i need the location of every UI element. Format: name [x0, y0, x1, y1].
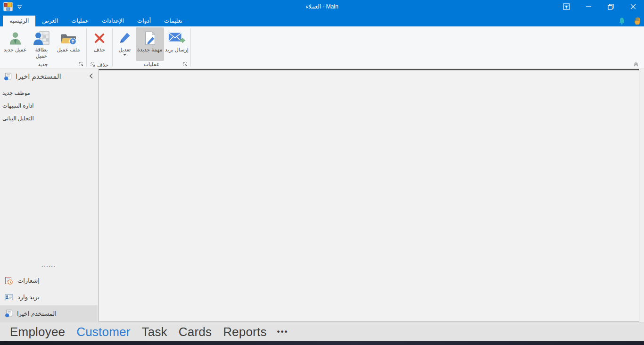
window-title: العملاء - Main — [305, 0, 338, 13]
tab-help[interactable]: تعليمات — [157, 16, 189, 26]
ribbon: عميل جديد — [0, 26, 644, 69]
sidebar-item-new-employee[interactable]: موظف جديد — [0, 87, 98, 100]
sidebar-splitter-handle[interactable]: ...... — [0, 262, 98, 272]
module-bar: Employee Customer Task Cards Reports ••• — [0, 322, 644, 341]
sidebar-header: المستخدم اخيرا — [0, 69, 98, 83]
sidebar-item-data-analysis[interactable]: التحليل البيانى — [0, 112, 98, 125]
minimize-button[interactable] — [578, 0, 600, 13]
delete-button[interactable]: حذف — [89, 27, 110, 61]
tab-settings[interactable]: الإعدادات — [95, 16, 131, 26]
sidebar-header-label: المستخدم اخيرا — [16, 72, 61, 81]
group-separator — [190, 28, 191, 67]
group-separator — [86, 28, 87, 67]
app-logo-icon[interactable] — [3, 2, 13, 11]
module-reports[interactable]: Reports — [217, 325, 272, 339]
new-task-button[interactable]: مهمة جديدة — [136, 27, 164, 61]
sidebar-item-alerts-management[interactable]: ادارة التنبيهات — [0, 100, 98, 112]
module-cards[interactable]: Cards — [173, 325, 217, 339]
send-mail-icon — [168, 30, 186, 47]
tab-home[interactable]: الرئيسية — [3, 16, 35, 26]
customer-file-icon — [59, 30, 77, 47]
new-customer-button[interactable]: عميل جديد — [1, 27, 29, 61]
customer-card-button[interactable]: بطاقة عميل — [30, 27, 53, 61]
group-separator — [112, 28, 113, 67]
recent-user-icon — [4, 73, 12, 81]
new-customer-icon — [8, 30, 23, 47]
dialog-launcher-icon[interactable] — [91, 62, 95, 67]
ribbon-group-operations: تعديل مهمة جديدة — [113, 27, 190, 68]
customer-file-button[interactable]: ملف عميل — [54, 27, 83, 61]
collapse-ribbon-icon[interactable] — [633, 61, 639, 67]
module-employee[interactable]: Employee — [4, 325, 71, 339]
tab-view[interactable]: العرض — [35, 16, 65, 26]
customer-card-icon — [33, 30, 50, 47]
group-caption-operations: عمليات — [113, 61, 190, 68]
main-area: المستخدم اخيرا موظف جديد ادارة التنبيهات… — [0, 69, 644, 322]
titlebar: العملاء - Main — [0, 0, 644, 13]
sidebar-nav-recent-user[interactable]: المستخدم اخيرا — [0, 305, 98, 322]
edit-button[interactable]: تعديل — [115, 27, 135, 61]
module-more-ellipsis[interactable]: ••• — [272, 327, 293, 337]
collapse-sidebar-icon[interactable] — [89, 73, 93, 79]
ribbon-tab-row: الرئيسية العرض عمليات الإعدادات أدوات تع… — [0, 13, 644, 26]
new-task-icon — [142, 30, 157, 47]
recent-user-icon — [5, 310, 13, 318]
bell-icon[interactable] — [618, 17, 626, 25]
group-caption-delete: حذف — [87, 61, 112, 68]
group-caption-new: جديد — [0, 61, 86, 68]
tab-tools[interactable]: أدوات — [131, 16, 157, 26]
raised-hand-icon[interactable] — [633, 17, 641, 25]
navigation-sidebar: المستخدم اخيرا موظف جديد ادارة التنبيهات… — [0, 69, 98, 322]
dropdown-arrow-icon — [123, 54, 126, 56]
quick-access-dropdown-icon[interactable] — [17, 4, 22, 9]
fullscreen-button[interactable] — [555, 0, 578, 13]
dialog-launcher-icon[interactable] — [183, 62, 188, 67]
bottom-dark-strip — [0, 341, 644, 345]
send-mail-button[interactable]: إرسال بريد — [165, 27, 189, 61]
close-button[interactable] — [622, 0, 644, 13]
module-task[interactable]: Task — [136, 325, 173, 339]
tab-operations[interactable]: عمليات — [65, 16, 95, 26]
content-panel — [99, 69, 639, 322]
ribbon-group-new: عميل جديد — [0, 27, 86, 68]
dialog-launcher-icon[interactable] — [79, 62, 83, 67]
notifications-icon — [5, 277, 13, 285]
sidebar-nav-notifications[interactable]: إشعارات — [0, 272, 98, 289]
edit-icon — [118, 30, 131, 47]
application-window: العملاء - Main — [0, 0, 644, 345]
restore-button[interactable] — [600, 0, 622, 13]
inbox-icon — [5, 294, 13, 301]
delete-icon — [93, 30, 106, 47]
ribbon-group-delete: حذف حذف — [87, 27, 112, 68]
sidebar-nav-inbox[interactable]: بريد وارد — [0, 289, 98, 305]
module-customer[interactable]: Customer — [71, 325, 136, 339]
